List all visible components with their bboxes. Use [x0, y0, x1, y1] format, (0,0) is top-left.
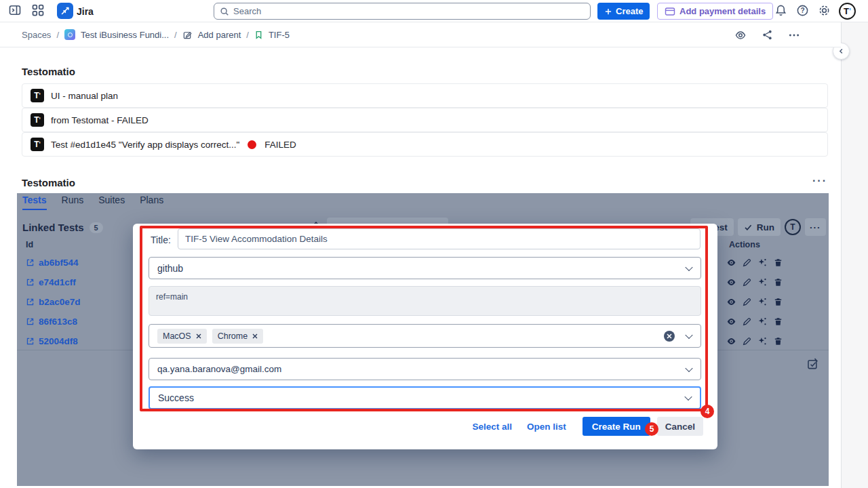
test-item-label: Test #ed1d1e45 "Verify app displays corr… — [51, 140, 239, 150]
page-actions — [734, 22, 800, 47]
remove-tag-icon[interactable] — [252, 333, 258, 339]
breadcrumb-separator: / — [246, 30, 249, 40]
widget-section-title: Testomatio — [22, 177, 75, 188]
avatar-letter: T — [844, 6, 849, 16]
test-row-link[interactable]: b2ac0e7d — [26, 297, 81, 307]
remove-tag-icon[interactable] — [196, 333, 201, 339]
tags-multiselect[interactable]: MacOS Chrome — [149, 324, 701, 348]
id-column-header: Id — [26, 240, 33, 249]
tab-suites[interactable]: Suites — [98, 195, 125, 210]
ai-sparkle-icon[interactable] — [757, 297, 768, 307]
bookmark-icon — [254, 30, 263, 40]
clear-all-icon[interactable] — [664, 331, 675, 342]
edit-pencil-icon[interactable] — [742, 317, 752, 327]
delete-trash-icon[interactable] — [773, 317, 783, 327]
delete-trash-icon[interactable] — [773, 336, 783, 346]
tab-tests[interactable]: Tests — [22, 195, 47, 210]
view-eye-icon[interactable] — [726, 336, 736, 346]
edit-pencil-icon[interactable] — [742, 258, 752, 268]
sidebar-toggle-icon[interactable] — [8, 3, 22, 17]
avatar-tick: ' — [849, 6, 851, 16]
settings-gear-icon[interactable] — [818, 4, 831, 17]
open-list-link[interactable]: Open list — [527, 422, 566, 432]
run-button[interactable]: Run — [738, 218, 781, 236]
test-list-item[interactable]: T' UI - manual plan — [22, 83, 828, 108]
add-payment-details-button[interactable]: Add payment details — [657, 3, 773, 20]
search-input[interactable] — [233, 6, 585, 16]
title-field-label: Title: — [151, 235, 171, 245]
view-eye-icon[interactable] — [726, 317, 736, 327]
search-icon — [220, 7, 229, 16]
jira-logo-icon[interactable] — [57, 3, 73, 19]
test-item-status: FAILED — [264, 140, 296, 150]
testomatio-logo-icon: T' — [31, 89, 44, 102]
breadcrumb-current-item[interactable]: TIF-5 — [269, 30, 290, 40]
view-eye-icon[interactable] — [726, 258, 736, 268]
status-select-focused[interactable]: Success — [149, 386, 701, 409]
user-avatar[interactable]: T' — [839, 3, 856, 20]
edit-pencil-icon[interactable] — [742, 297, 752, 307]
watch-eye-icon[interactable] — [734, 29, 747, 41]
edit-pencil-icon[interactable] — [742, 277, 752, 287]
assignee-select[interactable]: qa.yana.baranova@gmail.com — [149, 358, 701, 380]
linked-tests-heading: Linked Tests 5 — [22, 222, 103, 233]
ai-sparkle-icon[interactable] — [757, 258, 768, 268]
ai-sparkle-icon[interactable] — [757, 317, 768, 327]
tab-runs[interactable]: Runs — [62, 195, 84, 210]
create-run-button[interactable]: Create Run — [583, 417, 650, 436]
test-list-item[interactable]: T' from Testomat - FAILED — [22, 108, 828, 132]
breadcrumb-add-parent-link[interactable]: Add parent — [198, 30, 241, 40]
chevron-down-icon — [685, 331, 692, 338]
run-title-input[interactable] — [178, 228, 701, 249]
bulk-edit-icon[interactable] — [806, 357, 819, 370]
test-row-link[interactable]: 52004df8 — [26, 336, 78, 346]
app-switcher-icon[interactable] — [31, 3, 45, 17]
widget-tabs: Tests Runs Suites Plans — [22, 195, 163, 210]
ai-sparkle-icon[interactable] — [757, 277, 768, 287]
cancel-button[interactable]: Cancel — [657, 417, 703, 436]
environment-select[interactable]: github — [149, 257, 701, 279]
create-button[interactable]: Create — [597, 3, 650, 20]
space-icon — [64, 29, 75, 40]
linked-tests-count-badge: 5 — [90, 222, 103, 233]
widget-overflow-menu-icon[interactable]: ··· — [805, 218, 826, 236]
app-name: Jira — [77, 6, 94, 17]
check-icon — [744, 223, 753, 232]
tab-plans[interactable]: Plans — [140, 195, 163, 210]
breadcrumb-spaces-link[interactable]: Spaces — [22, 30, 51, 40]
run-params-textarea[interactable]: ref=main — [149, 286, 701, 316]
breadcrumb: Spaces / Test iBusiness Fundi... / Add p… — [0, 22, 841, 47]
test-list-item[interactable]: T' Test #ed1d1e45 "Verify app displays c… — [22, 132, 828, 157]
help-icon[interactable]: ? — [796, 4, 809, 17]
ai-sparkle-icon[interactable] — [757, 336, 768, 346]
widget-more-options-icon[interactable]: ··· — [812, 175, 827, 187]
test-row-link[interactable]: ab6bf544 — [26, 258, 79, 268]
delete-trash-icon[interactable] — [773, 258, 783, 268]
notifications-bell-icon[interactable] — [774, 4, 787, 17]
select-all-link[interactable]: Select all — [472, 422, 512, 432]
tag-label: MacOS — [163, 331, 191, 341]
view-eye-icon[interactable] — [726, 277, 736, 287]
failed-status-dot-icon — [248, 140, 256, 149]
view-eye-icon[interactable] — [726, 297, 736, 307]
test-row-link[interactable]: e74d1cff — [26, 277, 76, 287]
annotation-step-5: 5 — [645, 422, 658, 436]
chevron-left-icon — [837, 47, 845, 55]
more-options-icon[interactable] — [788, 29, 800, 41]
delete-trash-icon[interactable] — [773, 277, 783, 287]
testomatio-circle-logo-icon[interactable]: T — [785, 219, 801, 235]
testomatio-logo-icon: T' — [31, 138, 44, 151]
testomatio-logo-icon: T' — [31, 113, 44, 127]
environment-value: github — [157, 263, 183, 274]
edit-pencil-icon[interactable] — [742, 336, 752, 346]
test-row-link[interactable]: 86f613c8 — [26, 317, 77, 327]
svg-text:?: ? — [800, 7, 804, 14]
test-id: 52004df8 — [39, 336, 78, 346]
create-button-label: Create — [616, 6, 643, 16]
share-icon[interactable] — [762, 29, 773, 41]
breadcrumb-separator: / — [56, 30, 59, 40]
breadcrumb-space-link[interactable]: Test iBusiness Fundi... — [81, 30, 169, 40]
plus-icon — [604, 7, 612, 16]
delete-trash-icon[interactable] — [773, 297, 783, 307]
status-value: Success — [158, 392, 194, 403]
